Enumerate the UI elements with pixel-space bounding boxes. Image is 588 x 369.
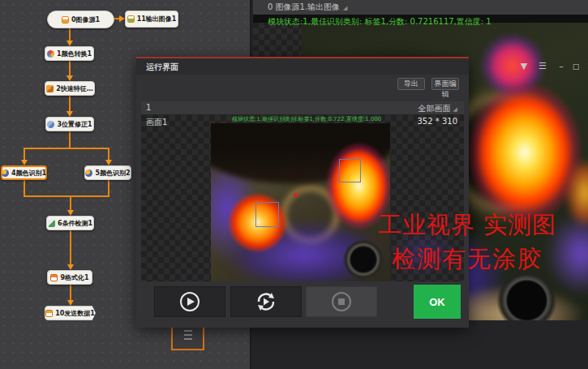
flow-node-image-source[interactable]: 0图像源1 [47,11,114,28]
viewer-title-bar[interactable]: 0 图像源1.输出图像◢ [253,0,588,15]
results-panel: 序号 类别名 分数 0 标签1 0.722 区域 色相 模型区域 [253,320,588,369]
node-label: 9格式化1 [60,273,88,282]
flow-node-format[interactable]: 9格式化1 [47,270,92,285]
image-source-icon [62,16,69,24]
color-recognize-icon [85,169,92,177]
dialog-title-bar[interactable]: 运行界面 ▼ ☰ – □ ✕ [136,58,469,75]
connector [70,195,71,210]
arrowhead [105,160,112,165]
export-button[interactable]: 导出 [397,78,425,90]
arrowhead [67,300,74,306]
viewer-title: 0 图像源1.输出图像 [268,2,340,11]
play-icon [179,291,200,312]
flow-node-output-image[interactable]: 11输出图像1 [125,11,178,28]
connector [69,61,71,76]
arrowhead [67,41,73,46]
pin-icon[interactable]: ▼ [517,61,530,72]
stop-icon [331,291,352,312]
run-once-button[interactable] [154,286,225,317]
flow-node-color-convert[interactable]: 1颜色转换1 [45,46,94,61]
arrowhead [67,75,73,81]
arrowhead [67,264,74,270]
view-selector-row: 1 全部画面◢ [141,101,464,115]
node-label: 4颜色识别1 [11,169,46,178]
node-label: 2快速特征… [56,84,93,93]
connector [69,96,71,112]
screen-filter-dropdown[interactable]: 全部画面◢ [418,103,457,114]
connector [108,148,109,161]
output-image-icon [127,15,135,23]
run-continuous-button[interactable] [230,286,302,317]
node-label: 3位置修正1 [57,120,92,129]
close-icon[interactable]: ✕ [584,61,588,72]
view-index: 1 [146,103,151,112]
connector [69,131,71,148]
connector [24,195,109,197]
connector [24,180,25,197]
connector [70,285,71,301]
flow-node-feature-match[interactable]: 2快速特征… [45,81,95,96]
dialog-image-viewport[interactable]: 画面1 模块状态:1,最佳识别类别:标签1,分数:0.722,置信度:1.000… [141,115,464,281]
resolution-label: 352 * 310 [417,117,457,126]
feature-match-icon [46,85,54,92]
flow-node-partial[interactable] [171,328,204,350]
detection-box [255,202,279,227]
marker-dot [294,193,298,197]
connector [70,230,71,265]
purple-glow [383,225,464,281]
connector [24,148,25,161]
format-icon [50,274,58,281]
arrowhead [21,160,28,165]
arrowhead [67,210,74,216]
position-fix-icon [47,121,54,128]
menu-icon[interactable]: ☰ [536,61,549,72]
chevron-down-icon: ◢ [453,106,457,113]
node-label: 5颜色识别2 [95,169,130,178]
hot-spot-right [320,135,390,237]
dialog-title: 运行界面 [146,62,178,73]
minimize-icon[interactable]: – [555,61,568,72]
dialog-status-text: 模块状态:1,最佳识别类别:标签1,分数:0.722,置信度:1.000 [232,115,381,123]
connector [69,28,71,41]
connector [108,180,109,197]
chevron-down-icon: ◢ [343,5,347,11]
flow-node-send-data[interactable]: 10发送数据1 [45,306,96,320]
interface-edit-button[interactable]: 界面编辑 [431,78,459,90]
color-convert-icon [47,50,54,58]
send-data-icon [45,310,53,317]
bore-hole [339,235,388,281]
stop-button [306,286,377,317]
node-label: 10发送数据1 [55,309,95,318]
condition-check-icon [48,220,55,227]
connector [24,148,109,149]
flow-node-condition-check[interactable]: 6条件检测1 [46,216,94,230]
flow-node-color-recognize-1[interactable]: 4颜色识别1 [1,165,47,180]
node-label: 0图像源1 [71,15,100,24]
app-window: 模块状态:1,最佳识别类别: 标签1,分数: 0.7216117,置信度: 1 … [0,0,588,369]
flow-node-position-fix[interactable]: 3位置修正1 [45,117,94,131]
loop-run-icon [255,290,277,313]
inspection-image-small [211,123,390,281]
node-label: 6条件检测1 [58,219,92,228]
arrowhead [119,15,125,22]
node-label: 11输出图像1 [137,15,177,24]
node-label: 1颜色转换1 [57,49,92,58]
flow-node-color-recognize-2[interactable]: 5颜色识别2 [84,165,131,180]
screen-label: 画面1 [146,117,167,128]
arrowhead [67,111,73,117]
module-status-text: 模块状态:1,最佳识别类别: 标签1,分数: 0.7216117,置信度: 1 [268,16,588,28]
screen-filter-label: 全部画面 [418,104,451,113]
detection-box [339,159,361,182]
run-interface-dialog: 运行界面 ▼ ☰ – □ ✕ 导出 界面编辑 1 全部画面◢ 画面1 模块状态:… [136,57,469,328]
maximize-icon[interactable]: □ [569,61,582,72]
color-recognize-icon [2,169,9,177]
ok-button[interactable]: OK [414,285,461,319]
